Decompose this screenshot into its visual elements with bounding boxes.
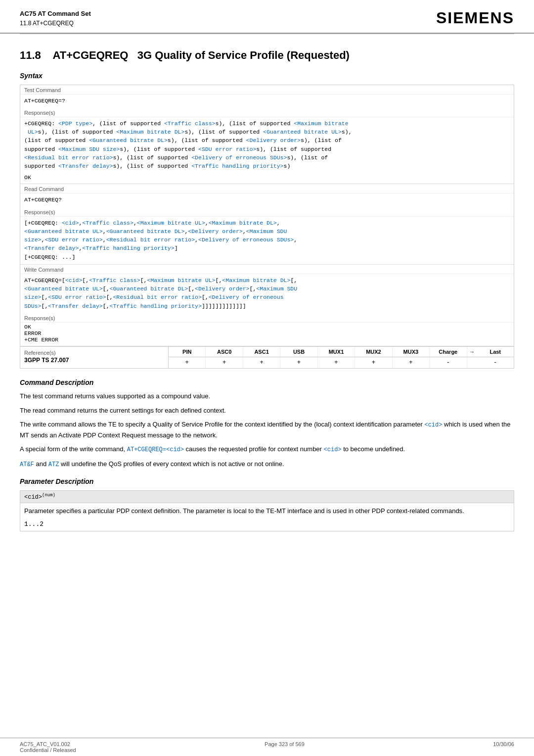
- transfer-delay-tag-w: <Transfer delay>: [48, 303, 102, 309]
- max-bitrate-ul-tag-w: <Maximum bitrate UL>: [147, 277, 216, 284]
- traffic-class-tag-w: <Traffic class>: [89, 277, 140, 284]
- main-content: 11.8 AT+CGEQREQ 3G Quality of Service Pr…: [0, 34, 534, 553]
- guar-bitrate-dl-tag1: <Guaranteed bitrate DL>: [89, 137, 168, 143]
- reference-row: Reference(s) 3GPP TS 27.007 PIN ASC0 ASC…: [20, 346, 514, 368]
- syntax-heading: Syntax: [20, 72, 514, 80]
- test-ok: OK: [20, 173, 514, 184]
- ref-val-charge: -: [430, 357, 467, 368]
- reference-value: 3GPP TS 27.007: [24, 357, 164, 364]
- reference-left: Reference(s) 3GPP TS 27.007: [20, 347, 169, 368]
- footer-right: 10/30/06: [493, 741, 514, 753]
- cid-tag-w: <cid>: [65, 277, 83, 284]
- ref-col-asc1: ASC1: [243, 347, 280, 357]
- footer-center: Page 323 of 569: [265, 741, 305, 753]
- cid-tag-r: <cid>: [62, 220, 79, 226]
- page-header: AC75 AT Command Set 11.8 AT+CGEQREQ SIEM…: [0, 0, 534, 34]
- at-cgeqreq-inline: AT+CGEQREQ=<cid>: [127, 446, 184, 453]
- header-left: AC75 AT Command Set 11.8 AT+CGEQREQ: [20, 9, 91, 28]
- param-desc-heading: Parameter Description: [20, 477, 514, 485]
- delivery-erroneous-tag1: <Delivery of erroneous SDUs>: [191, 154, 287, 161]
- of-label: of: [288, 741, 295, 747]
- read-response-content: [+CGEQREQ: <cid>,<Traffic class>,<Maximu…: [20, 217, 514, 264]
- section-title: AT+CGEQREQ: [52, 49, 128, 61]
- ref-arrow-val: [467, 357, 477, 368]
- sdu-error-tag-r: <SDU error ratio>: [44, 236, 102, 243]
- read-command-text: AT+CGEQREQ?: [20, 193, 514, 207]
- ref-col-mux2: MUX2: [355, 347, 392, 357]
- residual-tag-w: <Residual bit error ratio>: [113, 294, 201, 300]
- command-desc-heading: Command Description: [20, 378, 514, 386]
- param-values-cid: 1...2: [20, 519, 514, 531]
- residual-tag-r: <Residual bit error ratio>: [106, 236, 195, 243]
- page-number: 323: [279, 741, 288, 747]
- max-sdu-tag-r: <Maximum SDU: [246, 228, 287, 235]
- delivery-order-tag-r: <Delivery order>: [188, 228, 242, 235]
- cmd-desc-para1: The test command returns values supporte…: [20, 391, 514, 402]
- cmd-desc-para3: The write command allows the TE to speci…: [20, 420, 514, 440]
- traffic-class-tag-r: <Traffic class>: [82, 220, 134, 226]
- section-desc: 3G Quality of Service Profile (Requested…: [137, 49, 350, 61]
- ref-header-row: PIN ASC0 ASC1 USB MUX1 MUX2 MUX3 Charge …: [169, 347, 514, 357]
- guar-bitrate-dl-tag-r: <Guaranteed bitrate DL>: [106, 228, 185, 235]
- siemens-logo: SIEMENS: [436, 9, 514, 27]
- ref-val-mux1: +: [318, 357, 355, 368]
- footer-left: AC75_ATC_V01.002 Confidential / Released: [20, 741, 76, 753]
- write-command-label: Write Command: [20, 265, 514, 274]
- max-bitrate-dl-tag-w: <Maximum bitrate DL>: [222, 277, 290, 284]
- reference-label: Reference(s): [24, 350, 164, 356]
- max-bitrate-ul-tag-r: <Maximum bitrate UL>: [137, 220, 205, 226]
- ref-arrow: →: [467, 347, 477, 357]
- guar-bitrate-dl-tag-w: <Guaranteed bitrate DL>: [110, 285, 188, 292]
- residual-bit-tag1: <Residual bit error ratio>: [24, 154, 113, 161]
- transfer-delay-tag1: <Transfer delay>: [58, 163, 113, 169]
- header-title: AC75 AT Command Set: [20, 9, 91, 19]
- ref-val-mux3: +: [393, 357, 430, 368]
- test-command-cmd: AT+CGEQREQ=?: [24, 97, 65, 104]
- guar-bitrate-ul-tag-w: <Guaranteed bitrate UL>: [24, 285, 103, 292]
- max-bitrate-dl-tag1: <Maximum bitrate DL>: [116, 129, 184, 135]
- syntax-box: Test Command AT+CGEQREQ=? Response(s) +C…: [20, 85, 514, 369]
- ref-values-row: + + + + + + + - -: [169, 357, 514, 368]
- delivery-order-tag-w: <Delivery order>: [195, 285, 249, 292]
- ref-col-pin: PIN: [169, 347, 206, 357]
- atf-inline: AT&F: [20, 461, 34, 468]
- test-command-text: AT+CGEQREQ=?: [20, 94, 514, 108]
- cmd-desc-para4: A special form of the write command, AT+…: [20, 444, 514, 455]
- test-response-label: Response(s): [20, 108, 514, 117]
- delivery-order-tag1: <Delivery order>: [246, 137, 301, 143]
- ref-col-usb: USB: [280, 347, 317, 357]
- param-superscript: (num): [42, 493, 55, 498]
- transfer-delay-tag-r: <Transfer delay>: [24, 245, 79, 251]
- ref-col-last: Last: [477, 347, 514, 357]
- ref-col-charge: Charge: [430, 347, 467, 357]
- param-body-cid: Parameter specifies a particular PDP con…: [20, 503, 514, 519]
- cid-inline1: <cid>: [424, 422, 442, 428]
- read-response-label: Response(s): [20, 207, 514, 217]
- atz-inline: ATZ: [48, 461, 59, 468]
- traffic-handling-tag-w: <Traffic handling priority>: [110, 303, 202, 309]
- page-footer: AC75_ATC_V01.002 Confidential / Released…: [0, 738, 534, 756]
- header-subtitle: 11.8 AT+CGEQREQ: [20, 19, 91, 28]
- cmd-desc-para5: AT&F and ATZ will undefine the QoS profi…: [20, 459, 514, 470]
- ref-val-mux2: +: [355, 357, 392, 368]
- ref-col-asc0: ASC0: [206, 347, 243, 357]
- test-response-content: +CGEQREQ: <PDP type>, (list of supported…: [20, 117, 514, 174]
- write-command-row: Write Command AT+CGEQREQ=[<cid>[,<Traffi…: [20, 265, 514, 346]
- param-header-cid: <cid>(num): [20, 491, 514, 503]
- page-total: 569: [295, 741, 304, 747]
- guar-bitrate-ul-tag-r: <Guaranteed bitrate UL>: [24, 228, 103, 235]
- page-label: Page: [265, 741, 279, 747]
- ref-col-mux3: MUX3: [393, 347, 430, 357]
- write-response-label: Response(s): [20, 313, 514, 323]
- max-sdu-tag-w: <Maximum SDU: [256, 285, 297, 292]
- param-box-cid: <cid>(num) Parameter specifies a particu…: [20, 490, 514, 532]
- pdp-type-tag: <PDP type>: [58, 120, 92, 127]
- cmd-desc-para2: The read command returns the current set…: [20, 406, 514, 416]
- cid-inline2: <cid>: [324, 446, 342, 453]
- read-command-label: Read Command: [20, 184, 514, 193]
- sdus-tag-w: SDUs>: [24, 303, 42, 309]
- section-heading: 11.8 AT+CGEQREQ 3G Quality of Service Pr…: [20, 49, 514, 62]
- traffic-class-tag1: <Traffic class>: [164, 120, 216, 127]
- write-command-text: AT+CGEQREQ=[<cid>[,<Traffic class>[,<Max…: [20, 274, 514, 313]
- section-number: 11.8: [20, 49, 41, 61]
